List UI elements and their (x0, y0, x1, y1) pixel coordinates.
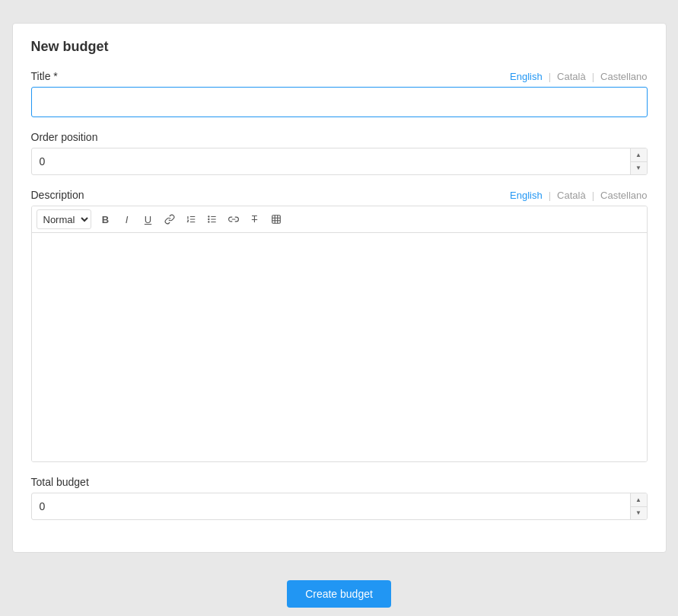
desc-lang-catala[interactable]: Català (557, 190, 586, 201)
create-budget-button[interactable]: Create budget (287, 580, 391, 608)
order-input[interactable] (31, 148, 648, 175)
total-budget-label-row: Total budget (31, 476, 648, 488)
total-budget-input[interactable] (31, 493, 648, 520)
total-budget-increment[interactable]: ▲ (631, 493, 647, 507)
order-spinner: ▲ ▼ (630, 148, 647, 174)
table-btn[interactable] (266, 209, 286, 229)
link-btn[interactable] (160, 209, 180, 229)
title-input[interactable] (31, 87, 648, 117)
description-label-row: Description English | Català | Castellan… (31, 189, 648, 201)
total-budget-label: Total budget (31, 476, 89, 488)
order-input-wrap: ▲ ▼ (31, 148, 648, 175)
italic-btn[interactable]: I (117, 209, 137, 229)
order-label: Order position (31, 131, 98, 143)
desc-lang-english[interactable]: English (510, 190, 543, 201)
bold-btn[interactable]: B (96, 209, 116, 229)
order-decrement[interactable]: ▼ (631, 162, 647, 175)
title-group: Title * English | Català | Castellano (31, 70, 648, 117)
svg-point-6 (208, 216, 208, 217)
title-lang-catala[interactable]: Català (557, 71, 586, 82)
form-card: New budget Title * English | Català | Ca… (12, 23, 667, 553)
button-row: Create budget (12, 565, 667, 608)
format-select[interactable]: Normal (37, 209, 91, 229)
svg-rect-10 (272, 215, 280, 224)
ordered-list-btn[interactable] (181, 209, 201, 229)
order-label-row: Order position (31, 131, 648, 143)
order-position-group: Order position ▲ ▼ (31, 131, 648, 175)
strikethrough-btn[interactable]: T (245, 209, 265, 229)
hyperlink-btn[interactable] (224, 209, 244, 229)
total-budget-input-wrap: ▲ ▼ (31, 493, 648, 520)
underline-btn[interactable]: U (138, 209, 158, 229)
total-budget-decrement[interactable]: ▼ (631, 507, 647, 520)
desc-lang-castellano[interactable]: Castellano (600, 190, 647, 201)
svg-point-7 (208, 219, 208, 219)
total-budget-group: Total budget ▲ ▼ (31, 476, 648, 520)
title-lang-tabs: English | Català | Castellano (510, 71, 647, 82)
description-group: Description English | Català | Castellan… (31, 189, 648, 462)
description-editor[interactable] (32, 233, 647, 461)
title-lang-castellano[interactable]: Castellano (600, 71, 647, 82)
total-budget-spinner: ▲ ▼ (630, 493, 647, 519)
title-lang-english[interactable]: English (510, 71, 543, 82)
svg-point-8 (208, 222, 208, 222)
desc-lang-tabs: English | Català | Castellano (510, 190, 647, 201)
title-label: Title * (31, 70, 58, 82)
description-label: Description (31, 189, 84, 201)
required-mark: * (53, 70, 57, 82)
order-increment[interactable]: ▲ (631, 148, 647, 162)
editor-toolbar: Normal B I U (32, 206, 647, 233)
page-title: New budget (31, 39, 648, 55)
title-label-row: Title * English | Català | Castellano (31, 70, 648, 82)
editor-wrap: Normal B I U (31, 206, 648, 462)
unordered-list-btn[interactable] (202, 209, 222, 229)
